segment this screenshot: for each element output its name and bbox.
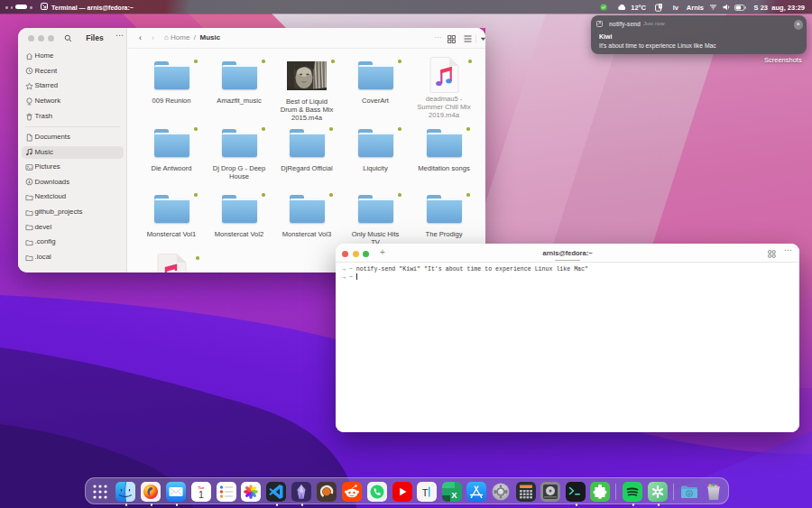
svg-text:T: T xyxy=(422,486,429,497)
svg-text:X: X xyxy=(451,490,457,500)
svg-text:1: 1 xyxy=(198,488,204,499)
